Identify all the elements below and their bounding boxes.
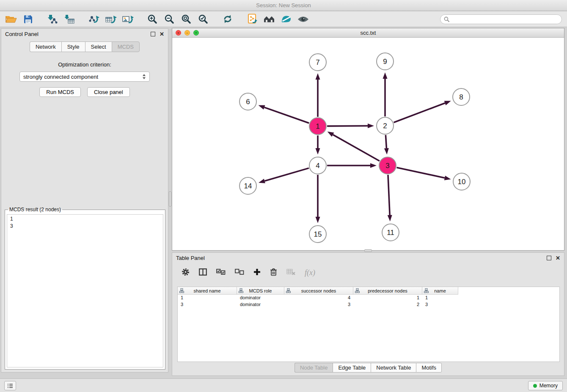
graph-edge-2-8[interactable] [394,103,445,122]
graph-edge-arrowhead [444,101,451,105]
graph-edge-arrowhead [316,217,320,223]
table-toolbar: f(x) [172,265,564,280]
tab-node-table[interactable]: Node Table [295,363,333,373]
tab-mcds[interactable]: MCDS [112,41,140,52]
mcds-result-list[interactable]: 13 [7,214,163,367]
graph-node-label: 7 [316,58,319,66]
search-icon [444,17,449,22]
table-cell: 2 [353,301,422,308]
search-input[interactable] [451,17,558,22]
float-panel-icon[interactable] [151,32,155,36]
minimize-window-icon[interactable]: − [184,30,190,36]
column-header-name[interactable]: name [422,287,458,295]
column-header-shared-name[interactable]: shared name [178,287,237,295]
network-window-titlebar[interactable]: × − + scc.txt [172,28,564,38]
optimization-criterion-label: Optimization criterion: [1,61,168,68]
table-cell: 1 [422,295,458,301]
style-badge-icon[interactable] [278,13,294,25]
export-image-icon[interactable] [120,13,135,25]
column-type-icon [179,288,184,294]
table-row[interactable]: 3dominator323 [178,301,559,308]
graph-edge-2-3[interactable] [385,135,386,148]
table-row[interactable]: 1dominator411 [178,295,559,301]
gear-icon[interactable] [182,268,190,278]
float-table-panel-icon[interactable] [547,256,551,260]
network-graph: 7968124314101511 [172,38,564,250]
open-session-icon[interactable] [3,13,19,25]
tab-edge-table[interactable]: Edge Table [333,363,371,373]
graph-node-label: 14 [244,182,252,190]
graph-node-label: 8 [459,93,463,101]
graph-node-label: 2 [383,122,387,130]
export-network-icon[interactable] [86,13,102,25]
home-icon[interactable] [261,13,277,25]
graph-edge-arrowhead [388,215,392,221]
tab-style[interactable]: Style [61,41,85,52]
memory-button[interactable]: Memory [528,381,563,390]
column-header-MCDS-role[interactable]: MCDS role [237,287,284,295]
network-canvas[interactable]: 7968124314101511 [172,38,564,250]
export-table-icon[interactable] [103,13,118,25]
save-session-icon[interactable] [20,13,36,25]
table-cell: 3 [422,301,458,308]
table-cell: 4 [284,295,353,301]
import-table-icon[interactable] [62,13,77,25]
table-panel: Table Panel ✕ [172,252,564,376]
zoom-in-icon[interactable] [145,13,160,25]
search-box [440,14,562,24]
add-column-icon[interactable] [253,268,261,277]
zoom-selected-icon[interactable] [195,13,211,25]
close-panel-button[interactable]: Close panel [87,87,130,97]
function-builder-icon[interactable]: f(x) [305,268,315,277]
column-header-label: MCDS role [249,288,272,293]
refresh-icon[interactable] [220,13,235,25]
import-network-icon[interactable] [45,13,60,25]
status-menu-button[interactable] [4,381,16,390]
graph-edge-3-1[interactable] [333,135,380,161]
graph-edge-4-14[interactable] [264,168,309,181]
table-body: 1dominator4113dominator323 [178,295,559,308]
graph-edge-3-10[interactable] [396,168,444,178]
column-header-successor-nodes[interactable]: successor nodes [284,287,353,295]
table-panel-header: Table Panel ✕ [172,253,564,263]
vertical-splitter-handle[interactable] [169,191,171,207]
tab-network[interactable]: Network [30,41,61,52]
tab-select[interactable]: Select [85,41,112,52]
dropdown-arrows-icon [142,74,146,80]
graph-edge-3-11[interactable] [388,175,390,215]
column-header-label: predecessor nodes [368,288,407,293]
table-panel-title: Table Panel [176,255,205,261]
run-mcds-button[interactable]: Run MCDS [39,87,81,97]
column-header-predecessor-nodes[interactable]: predecessor nodes [353,287,422,295]
memory-label: Memory [539,383,558,389]
deselect-all-icon[interactable] [235,269,244,277]
criterion-dropdown[interactable]: strongly connected component [19,72,150,82]
control-panel-tabs: NetworkStyleSelectMCDS [1,41,168,52]
eye-icon[interactable] [295,13,311,25]
mcds-result-box: MCDS result (2 nodes) 13 [5,207,165,370]
delete-table-icon[interactable] [286,268,295,277]
graph-node-label: 15 [314,230,322,238]
column-type-icon [239,288,243,294]
zoom-out-icon[interactable] [162,13,177,25]
graph-edge-1-2[interactable] [327,126,368,126]
close-window-icon[interactable]: × [176,30,181,36]
select-all-icon[interactable] [216,269,226,277]
table-cell: 3 [178,301,237,308]
first-neighbors-icon[interactable] [245,13,260,25]
graph-node-label: 6 [246,98,250,106]
zoom-fit-icon[interactable] [179,13,194,25]
graph-node-label: 9 [383,58,387,66]
delete-column-icon[interactable] [270,268,277,278]
close-panel-icon[interactable]: ✕ [160,32,164,36]
close-table-panel-icon[interactable]: ✕ [556,256,560,260]
graph-node-label: 1 [316,122,319,130]
network-view-window: × − + scc.txt 7968124314101511 [172,28,564,251]
tab-network-table[interactable]: Network Table [371,363,416,373]
horizontal-splitter-handle[interactable] [364,249,372,252]
split-panel-icon[interactable] [199,268,207,277]
maximize-window-icon[interactable]: + [193,30,199,36]
graph-edge-1-6[interactable] [264,108,309,123]
tab-motifs[interactable]: Motifs [416,363,442,373]
criterion-dropdown-value: strongly connected component [23,74,98,80]
